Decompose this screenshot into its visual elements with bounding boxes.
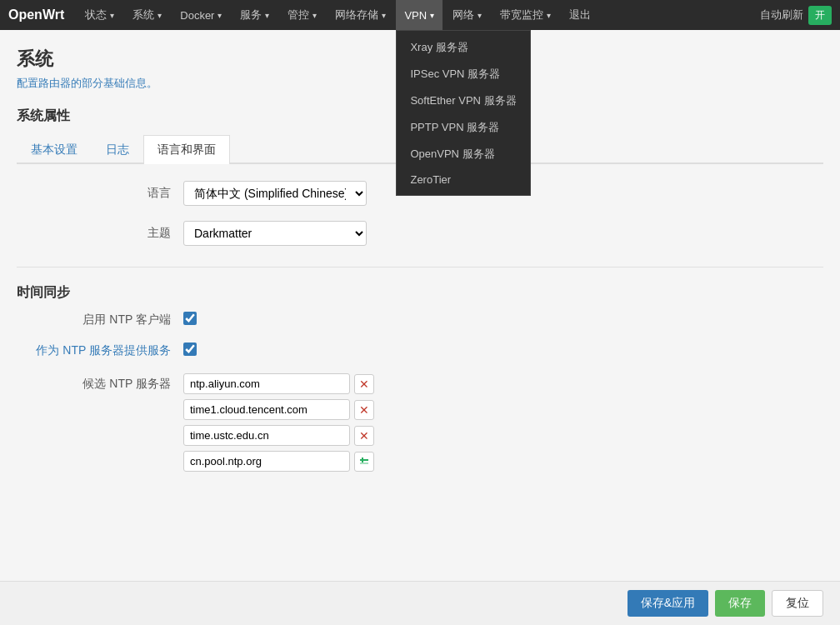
auto-refresh-button[interactable]: 开 [808, 6, 832, 25]
vpn-menu-openvpn[interactable]: OpenVPN 服务器 [397, 141, 529, 168]
enable-ntp-label: 启用 NTP 客户端 [17, 312, 183, 328]
enable-ntp-checkbox[interactable] [183, 312, 197, 325]
theme-select[interactable]: DarkmatterBootstrapOpenWrt [183, 221, 367, 246]
ntp-add-button[interactable] [354, 452, 374, 472]
theme-label: 主题 [17, 226, 183, 241]
nav-label-vpn: VPN [404, 9, 427, 22]
nav-item-services[interactable]: 服务 ▾ [232, 0, 278, 30]
vpn-dropdown: Xray 服务器 IPSec VPN 服务器 SoftEther VPN 服务器… [396, 30, 530, 196]
language-select-wrap: 简体中文 (Simplified Chinese)English繁體中文 (Tr… [183, 181, 367, 206]
chevron-down-icon: ▾ [312, 11, 317, 20]
provide-ntp-row: 作为 NTP 服务器提供服务 [17, 342, 823, 358]
nav-label-logout: 退出 [569, 8, 591, 22]
svg-rect-0 [358, 456, 370, 468]
svg-rect-3 [360, 462, 368, 464]
chevron-down-icon: ▾ [382, 11, 386, 20]
nav-label-bandwidth: 带宽监控 [500, 8, 543, 22]
nav-label-status: 状态 [85, 8, 107, 22]
nav-item-docker[interactable]: Docker ▾ [172, 0, 230, 30]
auto-refresh-label: 自动刷新 [760, 8, 803, 22]
ntp-input-2[interactable] [183, 425, 350, 446]
nav-item-system[interactable]: 系统 ▾ [124, 0, 170, 30]
svg-rect-2 [362, 458, 363, 462]
enable-ntp-checkbox-wrap [183, 312, 197, 328]
provide-ntp-checkbox[interactable] [183, 342, 197, 356]
ntp-server-row-0: ✕ [183, 373, 374, 394]
nav-item-network-storage[interactable]: 网络存储 ▾ [327, 0, 394, 30]
vpn-menu-pptp[interactable]: PPTP VPN 服务器 [397, 114, 529, 141]
ntp-delete-button-0[interactable]: ✕ [354, 374, 374, 394]
nav-label-system: 系统 [132, 8, 154, 22]
nav-item-vpn[interactable]: VPN ▾ Xray 服务器 IPSec VPN 服务器 SoftEther V… [396, 0, 442, 30]
tab-language[interactable]: 语言和界面 [143, 135, 230, 164]
vpn-menu-softether[interactable]: SoftEther VPN 服务器 [397, 88, 529, 114]
chevron-down-icon: ▾ [218, 11, 222, 20]
ntp-delete-button-2[interactable]: ✕ [354, 426, 374, 446]
nav-label-docker: Docker [180, 9, 214, 22]
vpn-menu-zerotier[interactable]: ZeroTier [397, 168, 529, 192]
ntp-server-row-1: ✕ [183, 399, 374, 420]
ntp-input-1[interactable] [183, 399, 350, 420]
ntp-servers-row: 候选 NTP 服务器 ✕ ✕ ✕ [17, 373, 823, 472]
provide-ntp-label: 作为 NTP 服务器提供服务 [17, 343, 183, 358]
time-sync-title: 时间同步 [17, 284, 823, 302]
auto-refresh-area: 自动刷新 开 [760, 6, 832, 25]
nav-item-bandwidth[interactable]: 带宽监控 ▾ [492, 0, 559, 30]
navbar: OpenWrt 状态 ▾ 系统 ▾ Docker ▾ 服务 ▾ 管控 ▾ 网络存… [0, 0, 840, 30]
chevron-down-icon: ▾ [430, 11, 434, 20]
ntp-delete-button-1[interactable]: ✕ [354, 400, 374, 420]
vpn-menu-xray[interactable]: Xray 服务器 [397, 34, 529, 61]
tab-basic[interactable]: 基本设置 [17, 135, 92, 164]
nav-item-logout[interactable]: 退出 [561, 0, 599, 30]
ntp-input-0[interactable] [183, 373, 350, 394]
enable-ntp-row: 启用 NTP 客户端 [17, 312, 823, 328]
tab-log[interactable]: 日志 [92, 135, 143, 164]
nav-item-status[interactable]: 状态 ▾ [77, 0, 122, 30]
provide-ntp-checkbox-wrap [183, 342, 197, 358]
chevron-down-icon: ▾ [478, 11, 482, 20]
theme-row: 主题 DarkmatterBootstrapOpenWrt [17, 221, 823, 246]
svg-rect-1 [360, 459, 368, 461]
ntp-server-list: ✕ ✕ ✕ [183, 373, 374, 472]
nav-label-services: 服务 [240, 8, 262, 22]
language-select[interactable]: 简体中文 (Simplified Chinese)English繁體中文 (Tr… [183, 181, 367, 206]
time-sync-form: 启用 NTP 客户端 作为 NTP 服务器提供服务 候选 NTP 服务器 ✕ [17, 312, 823, 472]
ntp-server-row-3 [183, 451, 374, 472]
nav-item-network[interactable]: 网络 ▾ [444, 0, 490, 30]
vpn-menu-ipsec[interactable]: IPSec VPN 服务器 [397, 61, 529, 88]
chevron-down-icon: ▾ [265, 11, 269, 20]
nav-label-network: 网络 [452, 8, 474, 22]
ntp-input-3[interactable] [183, 451, 350, 472]
section-divider [17, 267, 823, 268]
theme-select-wrap: DarkmatterBootstrapOpenWrt [183, 221, 367, 246]
brand[interactable]: OpenWrt [8, 8, 64, 22]
plus-icon [358, 456, 370, 468]
nav-items: 状态 ▾ 系统 ▾ Docker ▾ 服务 ▾ 管控 ▾ 网络存储 ▾ VPN … [77, 0, 760, 30]
nav-label-network-storage: 网络存储 [335, 8, 378, 22]
chevron-down-icon: ▾ [110, 11, 114, 20]
language-label: 语言 [17, 186, 183, 201]
ntp-server-row-2: ✕ [183, 425, 374, 446]
nav-label-control: 管控 [288, 8, 309, 22]
chevron-down-icon: ▾ [158, 11, 162, 20]
ntp-servers-label: 候选 NTP 服务器 [17, 373, 183, 392]
nav-item-control[interactable]: 管控 ▾ [279, 0, 325, 30]
chevron-down-icon: ▾ [547, 11, 551, 20]
